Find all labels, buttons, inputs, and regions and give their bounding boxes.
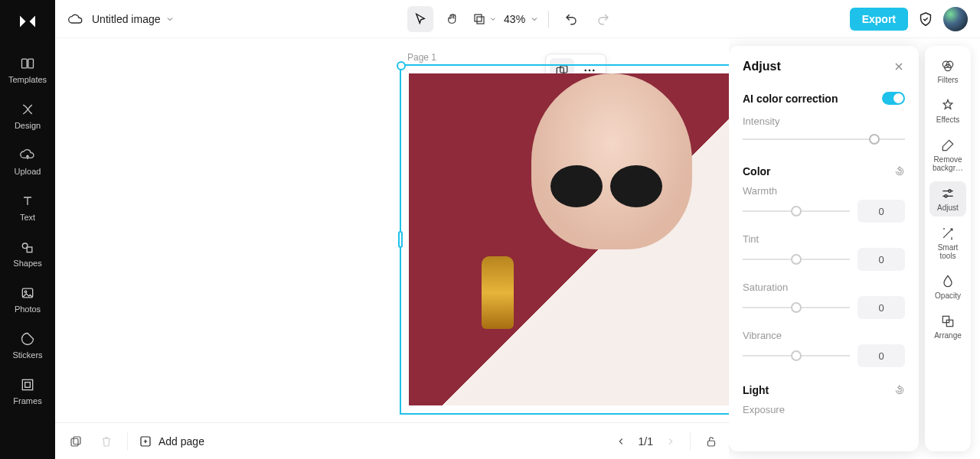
cloud-status-icon[interactable] [67,11,83,27]
rr-adjust[interactable]: Adjust [929,181,966,216]
shapes-icon [19,239,36,256]
rail-label: Text [20,213,35,222]
reset-light-button[interactable] [894,385,905,396]
svg-point-22 [949,190,951,192]
export-button[interactable]: Export [850,8,908,31]
adjust-title: Adjust [743,60,781,73]
redo-button[interactable] [590,6,616,32]
rail-upload[interactable]: Upload [0,138,55,184]
vibrance-label: Vibrance [743,330,782,341]
svg-rect-8 [475,15,482,21]
hand-tool[interactable] [439,6,466,32]
rail-text[interactable]: Text [0,184,55,230]
svg-rect-9 [477,17,484,24]
divider [548,11,549,28]
add-page-button[interactable]: Add page [139,435,204,448]
tint-label: Tint [743,233,759,245]
close-panel-button[interactable] [893,60,905,73]
rail-design[interactable]: Design [0,92,55,138]
rr-arrange[interactable]: Arrange [929,309,966,344]
delete-page-button [96,431,116,451]
top-right: Export [850,7,968,31]
crop-resize-tool[interactable] [472,6,498,32]
next-page-button [665,436,676,447]
selected-image[interactable] [409,73,729,405]
ai-correction-toggle[interactable] [882,92,905,105]
svg-rect-25 [946,320,952,326]
prev-page-button[interactable] [616,436,626,447]
rail-frames[interactable]: Frames [0,367,55,413]
rr-filters[interactable]: Filters [929,54,966,89]
reset-color-button[interactable] [894,166,905,177]
eraser-icon [940,138,956,153]
frames-icon [19,376,36,393]
effects-icon [940,98,956,113]
svg-rect-0 [22,59,28,68]
intensity-label: Intensity [743,116,779,127]
rr-label: Filters [937,76,958,84]
select-tool[interactable] [407,6,433,32]
document-title[interactable]: Untitled image [92,13,175,25]
lock-icon[interactable] [704,435,718,448]
design-icon [19,101,36,118]
color-section-title: Color [743,165,771,177]
svg-rect-16 [74,437,80,444]
vibrance-slider[interactable] [743,347,850,365]
tint-value[interactable]: 0 [858,248,905,271]
svg-point-23 [945,195,947,197]
workspace: Page 1 [55,38,980,459]
warmth-label: Warmth [743,185,777,197]
divider [127,432,128,451]
rail-stickers[interactable]: Stickers [0,321,55,367]
rr-opacity[interactable]: Opacity [929,269,966,304]
stickers-icon [19,330,36,347]
page-navigation: 1/1 [616,432,718,451]
svg-rect-7 [25,382,31,388]
topbar: Untitled image 43% Export [55,0,980,38]
zoom-value: 43% [504,13,525,25]
rail-templates[interactable]: Templates [0,46,55,92]
adjust-panel: Adjust AI color correction Intensity Col… [729,46,919,451]
shield-icon[interactable] [917,11,934,28]
light-section-title: Light [743,384,769,396]
opacity-icon [940,274,956,289]
chevron-down-icon [165,15,175,24]
warmth-value[interactable]: 0 [858,200,905,223]
svg-rect-1 [28,59,34,68]
rr-effects[interactable]: Effects [929,93,966,129]
page-indicator: 1/1 [639,435,653,448]
rail-label: Upload [15,167,41,176]
ai-correction-label: AI color correction [743,93,838,105]
rail-label: Stickers [12,350,42,360]
rr-smart-tools[interactable]: Smart tools [929,221,966,265]
text-icon [19,193,36,210]
rr-remove-bg[interactable]: Remove backgr… [929,133,966,177]
wand-icon [940,226,956,241]
undo-button[interactable] [558,6,584,32]
canvas-stage[interactable]: Page 1 [55,38,729,422]
warmth-slider[interactable] [743,202,850,220]
rail-photos[interactable]: Photos [0,275,55,321]
rail-label: Frames [13,396,41,405]
image-selection[interactable] [400,64,729,415]
photos-icon [19,285,36,301]
resize-handle-left[interactable] [398,231,403,248]
saturation-slider[interactable] [743,298,850,317]
tint-slider[interactable] [743,250,850,269]
zoom-control[interactable]: 43% [504,13,539,25]
duplicate-page-button[interactable] [66,431,86,451]
image-content [531,73,692,249]
saturation-value[interactable]: 0 [858,296,905,319]
divider [690,432,691,451]
rr-label: Adjust [937,203,959,212]
adjust-icon [940,186,956,201]
vibrance-value[interactable]: 0 [858,344,905,367]
intensity-slider[interactable] [743,130,905,148]
svg-rect-3 [27,247,32,252]
user-avatar[interactable] [943,7,968,31]
rail-shapes[interactable]: Shapes [0,230,55,275]
rr-label: Arrange [934,331,962,340]
app-logo[interactable] [12,6,43,37]
resize-handle-tl[interactable] [397,61,406,70]
chevron-down-icon [530,15,539,24]
